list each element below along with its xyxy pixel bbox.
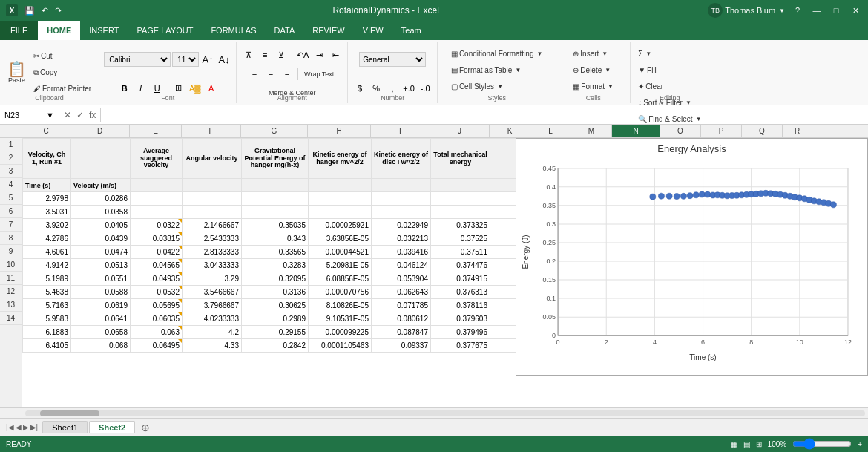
- table-row[interactable]: 0.0619: [71, 299, 131, 312]
- table-row[interactable]: 4.0233333: [183, 312, 242, 326]
- table-row[interactable]: [131, 192, 183, 206]
- font-size-select[interactable]: 11: [172, 52, 199, 67]
- table-row[interactable]: 0.062643: [372, 286, 431, 299]
- conditional-dropdown[interactable]: ▼: [536, 50, 542, 57]
- col-header-J[interactable]: J: [430, 125, 490, 137]
- table-row[interactable]: 5.20981E-05: [309, 259, 372, 272]
- table-row[interactable]: 4.9142: [23, 259, 71, 272]
- help-button[interactable]: ?: [791, 4, 804, 17]
- add-sheet-button[interactable]: ⊕: [137, 420, 154, 435]
- row-number[interactable]: 10: [0, 258, 22, 272]
- indent-increase-btn[interactable]: ⇥: [312, 48, 326, 62]
- save-qat-btn[interactable]: 💾: [22, 4, 37, 17]
- percent-btn[interactable]: %: [369, 81, 384, 96]
- table-row[interactable]: 0.0322: [131, 219, 183, 232]
- first-sheet-arrow[interactable]: |◀: [6, 423, 14, 431]
- insert-function-icon[interactable]: fx: [88, 108, 97, 122]
- table-row[interactable]: [309, 192, 372, 206]
- row-number[interactable]: 4: [0, 178, 22, 191]
- table-row[interactable]: 0.0422: [131, 246, 183, 259]
- table-row[interactable]: 0.087847: [372, 326, 431, 339]
- col-header-O[interactable]: O: [660, 125, 701, 137]
- table-row[interactable]: 0.0532: [131, 286, 183, 299]
- comma-btn[interactable]: ,: [385, 81, 400, 96]
- tab-page-layout[interactable]: PAGE LAYOUT: [128, 21, 202, 40]
- align-middle-btn[interactable]: ≡: [257, 48, 272, 62]
- table-row[interactable]: 5.1989: [23, 272, 71, 286]
- col-header-K[interactable]: K: [490, 125, 530, 137]
- table-row[interactable]: 0.022949: [372, 219, 431, 232]
- format-cells-button[interactable]: ▦ Format ▼: [570, 79, 617, 94]
- conditional-formatting-button[interactable]: ▦ Conditional Formatting ▼: [448, 46, 546, 61]
- table-row[interactable]: 0.068: [71, 339, 131, 353]
- table-row[interactable]: 0.0588: [71, 286, 131, 299]
- insert-cells-button[interactable]: ⊕ Insert ▼: [570, 46, 617, 61]
- format-dropdown[interactable]: ▼: [608, 83, 614, 90]
- zoom-slider[interactable]: [792, 441, 852, 447]
- align-top-btn[interactable]: ⊼: [241, 48, 256, 62]
- table-row[interactable]: 0.376313: [431, 286, 490, 299]
- table-row[interactable]: 0.37525: [431, 232, 490, 246]
- col-header-H[interactable]: H: [308, 125, 371, 137]
- col-header-E[interactable]: E: [130, 125, 182, 137]
- table-row[interactable]: 3.29: [183, 272, 242, 286]
- view-normal-icon[interactable]: ▦: [731, 440, 737, 448]
- view-layout-icon[interactable]: ▤: [743, 440, 750, 448]
- table-row[interactable]: 0.0358: [71, 206, 131, 219]
- table-row[interactable]: [242, 206, 309, 219]
- table-row[interactable]: 0.2989: [242, 312, 309, 326]
- table-row[interactable]: 0.032213: [372, 232, 431, 246]
- wrap-text-button[interactable]: Wrap Text: [301, 67, 337, 82]
- table-row[interactable]: [131, 206, 183, 219]
- font-color-button[interactable]: A: [204, 81, 219, 96]
- table-row[interactable]: 3.7966667: [183, 299, 242, 312]
- table-row[interactable]: 0.039416: [372, 246, 431, 259]
- row-number[interactable]: 9: [0, 245, 22, 258]
- table-row[interactable]: 0.0439: [71, 232, 131, 246]
- align-left-btn[interactable]: ≡: [247, 67, 262, 82]
- italic-button[interactable]: I: [134, 81, 148, 96]
- table-row[interactable]: 0.378116: [431, 299, 490, 312]
- fill-button[interactable]: ▼Fill: [635, 62, 704, 77]
- table-row[interactable]: 0.379603: [431, 312, 490, 326]
- table-row[interactable]: [372, 192, 431, 206]
- table-row[interactable]: 0.3283: [242, 259, 309, 272]
- formula-input[interactable]: [101, 109, 868, 121]
- table-row[interactable]: 0.0405: [71, 219, 131, 232]
- table-row[interactable]: 3.5466667: [183, 286, 242, 299]
- format-table-dropdown[interactable]: ▼: [515, 67, 521, 73]
- table-row[interactable]: 0.33565: [242, 246, 309, 259]
- table-row[interactable]: 0.09337: [372, 339, 431, 353]
- table-row[interactable]: 0.29155: [242, 326, 309, 339]
- undo-qat-btn[interactable]: ↶: [39, 4, 50, 17]
- table-row[interactable]: 4.6061: [23, 246, 71, 259]
- table-row[interactable]: 0.377675: [431, 339, 490, 353]
- table-row[interactable]: 0.080612: [372, 312, 431, 326]
- table-row[interactable]: 0.04565: [131, 259, 183, 272]
- table-row[interactable]: 0.000044521: [309, 246, 372, 259]
- name-box-dropdown[interactable]: ▼: [46, 111, 54, 119]
- fill-color-button[interactable]: A▓: [188, 81, 203, 96]
- col-header-N[interactable]: N: [612, 125, 660, 137]
- col-header-P[interactable]: P: [701, 125, 742, 137]
- scroll-thumb[interactable]: [40, 410, 99, 416]
- col-header-I[interactable]: I: [371, 125, 430, 137]
- currency-btn[interactable]: $: [352, 81, 367, 96]
- table-row[interactable]: 0.000070756: [309, 286, 372, 299]
- col-header-R[interactable]: R: [783, 125, 812, 137]
- table-row[interactable]: 0.35035: [242, 219, 309, 232]
- table-row[interactable]: 0.3136: [242, 286, 309, 299]
- table-row[interactable]: 5.9583: [23, 312, 71, 326]
- row-number[interactable]: 13: [0, 298, 22, 312]
- delete-dropdown[interactable]: ▼: [605, 67, 611, 73]
- table-row[interactable]: 0.071785: [372, 299, 431, 312]
- tab-data[interactable]: DATA: [266, 21, 304, 40]
- clear-button[interactable]: ✦Clear: [635, 79, 704, 94]
- table-row[interactable]: 0.30625: [242, 299, 309, 312]
- number-format-select[interactable]: General: [359, 52, 426, 67]
- table-row[interactable]: [431, 206, 490, 219]
- row-number[interactable]: 5: [0, 191, 22, 205]
- bold-button[interactable]: B: [117, 81, 132, 96]
- col-header-M[interactable]: M: [571, 125, 612, 137]
- table-row[interactable]: [183, 192, 242, 206]
